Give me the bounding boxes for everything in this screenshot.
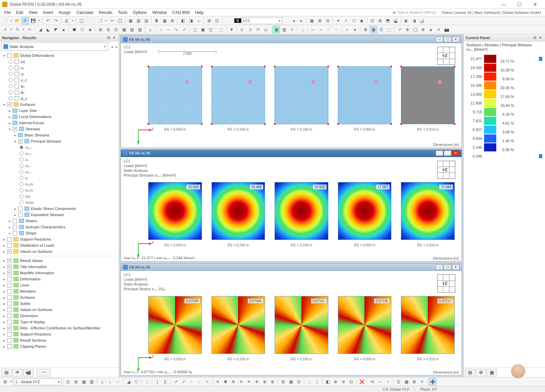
tool-icon[interactable]: ⌐	[317, 26, 325, 33]
tree-option-item[interactable]: ▸Title Information	[1, 264, 118, 270]
save-as-icon[interactable]: 💾	[29, 17, 37, 24]
undo-icon[interactable]: ↶	[44, 17, 52, 24]
window-cascade-icon[interactable]: ⊡	[213, 17, 221, 24]
tool-icon[interactable]: ↕	[157, 26, 165, 33]
tree-surfaces[interactable]: ▾Surfaces	[1, 101, 118, 108]
tool-icon[interactable]: —	[309, 26, 317, 33]
paste-icon[interactable]: 📋	[116, 17, 124, 24]
print-icon[interactable]: 🖨	[63, 17, 70, 24]
tree-option-item[interactable]: ▸Deformation	[1, 276, 118, 282]
tool-icon[interactable]: ⊗	[419, 26, 427, 33]
nav-tab-views[interactable]: 📹	[23, 369, 33, 376]
tree-stress-item[interactable]: σ₁,₋	[1, 163, 118, 169]
tool-icon[interactable]: ⤡	[173, 26, 180, 33]
tool-icon[interactable]: ◐	[403, 17, 410, 24]
tool-icon[interactable]: ⊞	[376, 17, 384, 24]
dd[interactable]: ▾	[104, 17, 108, 24]
tree-distribution-loads[interactable]: ▸Distribution of Loads	[1, 242, 118, 248]
tool-icon[interactable]: ▦	[403, 378, 410, 386]
prev-icon[interactable]: ◂	[109, 45, 114, 49]
tree-option-item[interactable]: ▸Max/Min Information	[1, 270, 118, 276]
menu-results[interactable]: Results	[96, 10, 115, 16]
menu-assign[interactable]: Assign	[56, 10, 74, 16]
tool-icon[interactable]: ▧	[280, 26, 288, 33]
tool-icon[interactable]: ▲	[60, 26, 67, 33]
tool-icon[interactable]: ✴	[245, 378, 253, 386]
tool-icon[interactable]: ✧	[288, 26, 296, 33]
tool-icon[interactable]: ↔	[376, 378, 384, 386]
tool-icon[interactable]: ◢	[125, 378, 132, 386]
tree-stress-item[interactable]: σ₁,₊	[1, 144, 118, 150]
tool-icon[interactable]: ⤢	[181, 26, 188, 33]
tool-icon[interactable]: ◫	[207, 26, 214, 33]
tree-option-item[interactable]: ▸Solids	[1, 300, 118, 307]
tool-icon[interactable]: ⬚	[385, 26, 393, 33]
tree-option-item[interactable]: ▸Lines	[1, 282, 118, 288]
open-icon[interactable]: 📂	[14, 17, 21, 24]
menu-cadbim[interactable]: CAD-BIM	[170, 10, 192, 16]
tool-icon[interactable]: ⊗	[261, 378, 268, 386]
view-max-icon[interactable]: ☐	[444, 37, 451, 42]
tree-values-on-surfaces[interactable]: ▸Values on Surfaces	[1, 248, 118, 255]
tool-icon[interactable]: ⊡	[112, 26, 120, 33]
tool-icon[interactable]: ✱	[222, 378, 229, 386]
tool-icon[interactable]: ⊡	[64, 378, 72, 386]
dd[interactable]: ▾	[9, 17, 13, 24]
tree-option-item[interactable]: ▸Type of display	[1, 319, 118, 325]
dd[interactable]: ▾	[9, 378, 13, 386]
tool-icon[interactable]: ✎	[14, 26, 21, 33]
tool-icon[interactable]: ⬚	[217, 26, 225, 33]
nav-tab-results[interactable]: 〰	[37, 369, 50, 376]
tree-internal-forces[interactable]: ▸Internal Forces	[1, 120, 118, 126]
tool-icon[interactable]: ◣	[44, 26, 52, 33]
close-panel-icon[interactable]: ✕	[111, 35, 117, 40]
tool-icon[interactable]: ⟋	[188, 378, 195, 386]
tree-stress-item[interactable]: α₊	[1, 157, 118, 163]
tool-icon[interactable]: ◈	[86, 26, 94, 33]
tool-icon[interactable]: ⊔	[262, 26, 269, 33]
menu-window[interactable]: Window	[150, 10, 170, 16]
menu-options[interactable]: Options	[130, 10, 150, 16]
prev-icon[interactable]: ◂	[290, 17, 297, 24]
tree-deform-item[interactable]: u_z	[1, 77, 118, 83]
tool-icon[interactable]: ✵	[253, 378, 261, 386]
tool-icon[interactable]: ⊥	[98, 378, 106, 386]
tool-icon[interactable]: ▧	[88, 378, 95, 386]
tool-icon[interactable]: ▦	[120, 26, 128, 33]
view-title-bar[interactable]: KB-MI-ns.rf6 — ☐ ✕	[121, 263, 462, 271]
tool-icon[interactable]: ●	[343, 26, 351, 33]
view-title-bar[interactable]: KB-MI-ns.rf6 — ☐ ✕	[121, 150, 462, 157]
tool-icon[interactable]: ▱	[195, 17, 202, 24]
cp-tab-2[interactable]: ⚙	[476, 369, 486, 376]
tool-icon[interactable]: ⊕	[269, 378, 276, 386]
tool-icon[interactable]: ⊐	[246, 26, 254, 33]
tool-icon[interactable]: ⊓	[254, 26, 262, 33]
dd[interactable]: ▾	[71, 17, 75, 24]
tool-icon[interactable]: ✕	[214, 378, 221, 386]
tree-deform-item[interactable]: φᵧ	[1, 89, 118, 95]
save-icon[interactable]: ⟳	[21, 17, 29, 24]
tool-icon[interactable]: ⟂	[106, 378, 114, 386]
tool-icon[interactable]: ⬒	[384, 17, 392, 24]
view-max-icon[interactable]: ☐	[444, 264, 451, 270]
contour-icon[interactable]: ▦	[272, 26, 280, 33]
view-close-icon[interactable]: ✕	[452, 264, 460, 270]
tool-icon[interactable]: ◨	[187, 17, 194, 24]
tool-icon[interactable]: ➕	[429, 378, 436, 386]
menu-edit[interactable]: Edit	[13, 10, 26, 16]
tool-icon[interactable]: ✳	[237, 378, 245, 386]
tool-icon[interactable]: ⟋	[114, 378, 122, 386]
tool-icon[interactable]: ⬓	[392, 17, 400, 24]
tool-icon[interactable]: ▨	[136, 26, 143, 33]
tree-basic-stresses[interactable]: ▸Basic Stresses	[1, 132, 118, 138]
snap-icon[interactable]: ⊞	[1, 378, 9, 386]
new-file-icon[interactable]: 📄	[1, 17, 9, 24]
menu-view[interactable]: View	[26, 10, 40, 16]
report-icon[interactable]: 📋	[78, 17, 85, 24]
dd[interactable]: ▾	[37, 17, 41, 24]
tree-deform-item[interactable]: |u|	[1, 59, 118, 65]
tool-icon[interactable]: ⟲	[369, 378, 376, 386]
tool-icon[interactable]: ⟍	[196, 378, 203, 386]
tool-icon[interactable]: ⬡	[133, 378, 140, 386]
tool-icon[interactable]: ⊞	[97, 26, 104, 33]
